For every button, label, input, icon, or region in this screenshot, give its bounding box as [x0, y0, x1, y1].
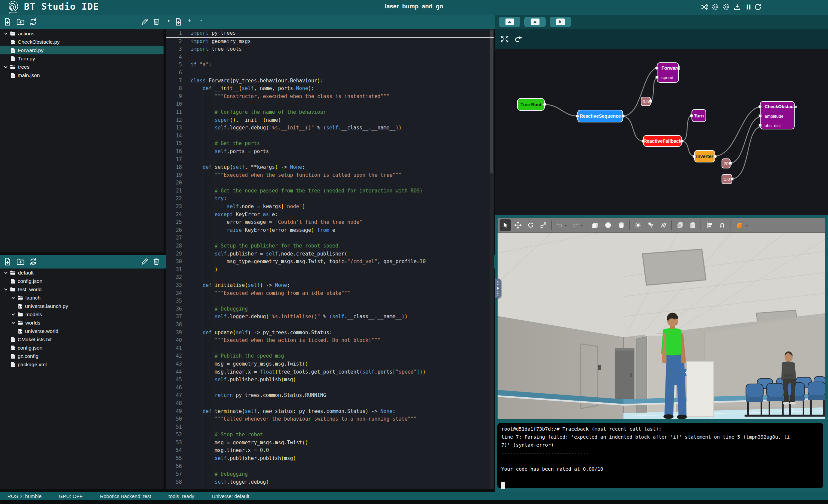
tree-file-universe.world[interactable]: universe.world	[0, 327, 164, 335]
editor-line-11[interactable]: 11 # Configure the name of the behaviour	[166, 108, 494, 117]
editor-line-48[interactable]: 48	[166, 400, 494, 408]
editor-line-6[interactable]: 6	[166, 69, 494, 77]
tree-file-package.xml[interactable]: package.xml	[0, 360, 164, 369]
directional-light-tool[interactable]	[658, 219, 669, 231]
editor-line-31[interactable]: 31 )	[166, 266, 494, 274]
download-icon[interactable]	[733, 3, 742, 12]
viewer-tab-1-button[interactable]	[499, 17, 520, 27]
editor-line-47[interactable]: 47 return py_trees.common.Status.RUNNING	[166, 392, 494, 400]
input-port[interactable]	[690, 114, 693, 118]
editor-line-3[interactable]: 3import tree_tools	[166, 45, 494, 53]
editor-line-37[interactable]: 37 self.logger.debug("%s.initialise()" %…	[166, 313, 494, 321]
value-port[interactable]	[656, 76, 658, 79]
value-tag-amplitude[interactable]: 20	[721, 158, 731, 169]
editor-line-49[interactable]: 49 def terminate(self, new_status: py_tr…	[166, 408, 494, 416]
editor-line-21[interactable]: 21 # Get the node passed from the tree (…	[166, 187, 494, 195]
terminal-output[interactable]: root@d51da1f73b7d:/# Traceback (most rec…	[497, 423, 823, 488]
output-port[interactable]	[680, 139, 684, 143]
refresh-button[interactable]	[29, 17, 38, 27]
pause-icon[interactable]	[744, 3, 754, 12]
editor-line-40[interactable]: 40 """Executed when the action is ticked…	[166, 336, 494, 345]
value-tag-speed[interactable]: 0.5	[641, 97, 651, 106]
tree-file-config.json[interactable]: config.json	[0, 343, 164, 352]
editor-line-9[interactable]: 9 """Constructor, executed when the clas…	[166, 93, 494, 101]
refresh-button-2[interactable]	[29, 257, 38, 267]
editor-line-19[interactable]: 19 """Executed when the setup function i…	[166, 172, 494, 179]
delete-trash-button[interactable]	[152, 17, 161, 27]
translate-tool[interactable]	[512, 219, 524, 231]
editor-line-26[interactable]: 26 raise KeyError(error_message) from e	[166, 227, 494, 234]
tree-folder-test_world[interactable]: test_world	[0, 285, 164, 293]
editor-line-2[interactable]: 2import geometry_msgs	[166, 38, 494, 46]
value-port[interactable]	[758, 124, 761, 127]
reload-icon[interactable]	[754, 3, 763, 12]
editor-line-5[interactable]: 5if "a":	[166, 61, 494, 69]
editor-scrollbar[interactable]	[490, 29, 494, 489]
editor-line-1[interactable]: 1import py_trees	[166, 29, 494, 38]
viewer-tab-2-button[interactable]	[524, 17, 546, 27]
delete-trash-button-2[interactable]	[152, 257, 161, 267]
tree-file-CheckObstacle.py[interactable]: CheckObstacle.py	[0, 38, 164, 46]
tree-folder-worlds[interactable]: worlds	[0, 319, 164, 327]
behavior-tree-canvas[interactable]: Tree Root ReactiveSequence Forward speed…	[495, 49, 828, 215]
editor-line-13[interactable]: 13 self.logger.debug("%s.__init__()" % (…	[166, 124, 494, 132]
copy-button[interactable]	[674, 219, 686, 231]
editor-line-34[interactable]: 34 """Executed when coming from an idle …	[166, 289, 494, 297]
editor-line-56[interactable]: 56	[166, 463, 494, 471]
input-port[interactable]	[576, 114, 579, 118]
editor-line-32[interactable]: 32	[166, 274, 494, 281]
editor-line-35[interactable]: 35	[166, 297, 494, 305]
shuffle-icon[interactable]	[700, 3, 709, 12]
tree-folder-models[interactable]: models	[0, 310, 164, 319]
input-port[interactable]	[655, 66, 658, 70]
tree-file-CMakeLists.txt[interactable]: CMakeLists.txt	[0, 335, 164, 343]
editor-line-58[interactable]: 58 self.logger.debug(	[166, 478, 494, 486]
align-tool[interactable]	[704, 219, 715, 231]
value-out-port[interactable]	[729, 162, 732, 165]
editor-line-33[interactable]: 33 def initialise(self) -> None:	[166, 281, 494, 289]
view-cube-dropdown-caret[interactable]: ▾	[746, 224, 748, 227]
editor-line-36[interactable]: 36 # Debugging	[166, 305, 494, 313]
tree-file-main.json[interactable]: main.json	[0, 71, 164, 79]
editor-line-8[interactable]: 8 def __init__(self, name, ports=None):	[166, 85, 494, 93]
editor-line-38[interactable]: 38	[166, 321, 494, 329]
editor-line-4[interactable]: 4	[166, 53, 494, 61]
upload-file-button[interactable]	[174, 17, 183, 27]
value-port[interactable]	[758, 114, 761, 118]
editor-line-10[interactable]: 10	[166, 100, 494, 108]
editor-line-20[interactable]: 20	[166, 179, 494, 187]
settings-gear-icon-2[interactable]	[722, 3, 731, 12]
tree-file-Forward.py[interactable]: Forward.py	[0, 46, 164, 54]
bt-node-turn[interactable]: Turn	[692, 109, 706, 122]
insert-cylinder-tool[interactable]	[616, 219, 627, 231]
editor-line-53[interactable]: 53 msg = geometry_msgs.msg.Twist()	[166, 439, 494, 447]
tree-folder-default[interactable]: default	[0, 269, 164, 277]
editor-line-25[interactable]: 25 error_message = "Couldn't find the tr…	[166, 219, 494, 227]
tree-folder-launch[interactable]: launch	[0, 293, 164, 302]
select-tool[interactable]	[500, 219, 511, 231]
gazebo-viewport[interactable]	[498, 233, 825, 419]
output-port[interactable]	[621, 114, 625, 118]
editor-line-14[interactable]: 14	[166, 132, 494, 140]
input-port[interactable]	[641, 139, 645, 143]
editor-line-27[interactable]: 27	[166, 234, 494, 242]
fit-view-icon[interactable]	[500, 34, 509, 43]
tree-folder-trees[interactable]: trees	[0, 63, 164, 71]
value-out-port[interactable]	[731, 177, 734, 180]
tree-folder-actions[interactable]: actions	[0, 29, 164, 38]
input-port[interactable]	[693, 155, 696, 158]
bt-node-forward[interactable]: Forward speed	[657, 62, 679, 83]
editor-line-24[interactable]: 24 except KeyError as e:	[166, 211, 494, 219]
editor-line-30[interactable]: 30 msg_type=geometry_msgs.msg.Twist, top…	[166, 258, 494, 266]
insert-sphere-tool[interactable]	[603, 219, 614, 231]
tree-file-Turn.py[interactable]: Turn.py	[0, 54, 164, 63]
output-port[interactable]	[543, 103, 546, 106]
editor-line-57[interactable]: 57 # Debugging	[166, 470, 494, 478]
editor-line-7[interactable]: 7class Forward(py_trees.behaviour.Behavi…	[166, 77, 494, 85]
editor-line-29[interactable]: 29 self.publisher = self.node.create_pub…	[166, 250, 494, 258]
tree-file-universe.launch.py[interactable]: universe.launch.py	[0, 302, 164, 310]
editor-line-43[interactable]: 43 msg = geometry_msgs.msg.Twist()	[166, 360, 494, 368]
insert-box-tool[interactable]	[589, 219, 601, 231]
editor-line-23[interactable]: 23 self.node = kwargs["node"]	[166, 203, 494, 211]
editor-line-39[interactable]: 39 def update(self) -> py_trees.common.S…	[166, 329, 494, 337]
